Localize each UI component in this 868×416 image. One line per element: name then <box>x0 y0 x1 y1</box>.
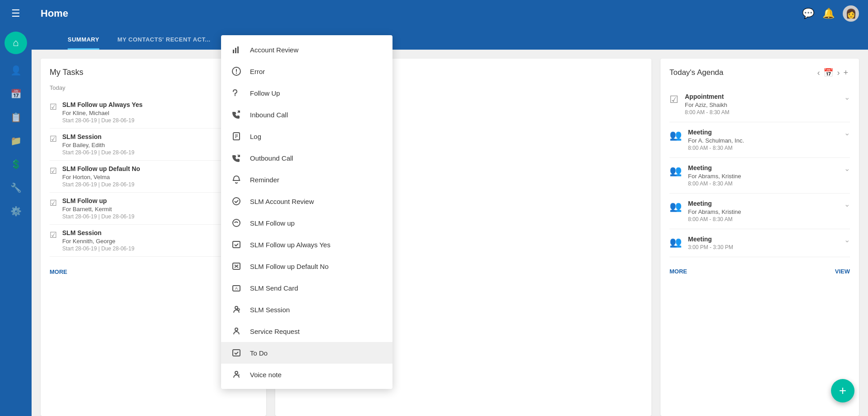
agenda-chevron-icon[interactable]: ⌄ <box>844 164 850 173</box>
dropdown-item-follow-up[interactable]: Follow Up <box>221 82 392 104</box>
agenda-chevron-icon[interactable]: ⌄ <box>844 236 850 244</box>
sidebar-item-person[interactable]: 👤 <box>5 60 27 80</box>
dropdown-item-outbound-call[interactable]: Outbound Call <box>221 147 392 169</box>
sidebar-item-clipboard[interactable]: 📋 <box>5 107 27 127</box>
agenda-chevron-icon[interactable]: ⌄ <box>844 93 850 102</box>
sidebar-item-calendar[interactable]: 📅 <box>5 84 27 104</box>
sidebar-item-gear[interactable]: ⚙️ <box>5 201 27 221</box>
slm-fu-icon <box>230 217 243 229</box>
dropdown-label: Error <box>250 68 265 75</box>
agenda-panel: Today's Agenda ‹ 📅 › + ☑ Appointment For… <box>660 59 859 416</box>
meeting-icon: 👥 <box>669 165 682 177</box>
dropdown-item-slm-session[interactable]: SLM Session <box>221 299 392 320</box>
task-dates: Start 28-06-19 | Due 28-06-19 <box>62 149 134 156</box>
agenda-next-button[interactable]: › <box>835 66 841 79</box>
dropdown-item-slm-follow-up[interactable]: SLM Follow up <box>221 212 392 234</box>
dropdown-item-inbound-call[interactable]: Inbound Call <box>221 104 392 125</box>
agenda-item-type: Appointment <box>685 93 729 100</box>
agenda-calendar-button[interactable]: 📅 <box>822 66 835 79</box>
folder-icon: 📁 <box>10 135 22 146</box>
task-for: For Barnett, Kermit <box>62 206 134 213</box>
top-nav-area: Home 💬 🔔 👩 SUMMARY MY CONTACTS' RECENT A… <box>32 0 868 50</box>
dropdown-item-log[interactable]: Log <box>221 125 392 147</box>
activity-type-dropdown: Account Review Error Follow Up Inbound C… <box>221 35 392 389</box>
dropdown-item-service-request[interactable]: Service Request <box>221 320 392 342</box>
message-icon[interactable]: 💬 <box>802 8 814 19</box>
agenda-item-for: For Abrams, Kristine <box>688 173 741 180</box>
reminder-icon <box>230 173 243 186</box>
dropdown-label: Outbound Call <box>250 154 293 162</box>
dropdown-label: Service Request <box>250 328 300 335</box>
task-title: SLM Follow up Default No <box>62 165 140 172</box>
tab-summary[interactable]: SUMMARY <box>68 36 99 50</box>
dropdown-item-voice-note[interactable]: Voice note <box>221 364 392 385</box>
svg-point-18 <box>238 309 240 310</box>
task-details: SLM Session For Bailey, Edith Start 28-0… <box>62 133 134 156</box>
dropdown-item-slm-fudn[interactable]: SLM Follow up Default No <box>221 255 392 277</box>
task-dates: Start 28-06-19 | Due 28-06-19 <box>62 117 143 124</box>
meeting-icon: 👥 <box>669 129 682 141</box>
agenda-view-link[interactable]: VIEW <box>835 268 850 275</box>
dropdown-item-slm-account-review[interactable]: SLM Account Review <box>221 190 392 212</box>
svg-rect-1 <box>235 48 236 53</box>
agenda-item: ☑ Appointment For Aziz, Shaikh 8:00 AM -… <box>669 87 850 122</box>
dropdown-item-reminder[interactable]: Reminder <box>221 169 392 190</box>
tasks-more-link[interactable]: MORE <box>50 268 67 275</box>
agenda-item-time: 8:00 AM - 8:30 AM <box>688 180 741 187</box>
dropdown-label: Account Review <box>250 46 299 54</box>
task-checkbox-icon[interactable]: ☑ <box>50 166 57 176</box>
task-checkbox-icon[interactable]: ☑ <box>50 230 57 240</box>
svg-rect-13 <box>233 241 240 248</box>
page-title: Home <box>41 8 802 19</box>
task-title: SLM Follow up Always Yes <box>62 101 143 108</box>
sidebar-item-folder[interactable]: 📁 <box>5 131 27 151</box>
agenda-item: 👥 Meeting For Abrams, Kristine 8:00 AM -… <box>669 158 850 194</box>
home-nav-button[interactable]: ⌂ <box>5 32 27 54</box>
task-title: SLM Session <box>62 133 134 140</box>
agenda-chevron-icon[interactable]: ⌄ <box>844 129 850 137</box>
agenda-item-details: Appointment For Aziz, Shaikh 8:00 AM - 8… <box>685 93 729 116</box>
task-for: For Horton, Velma <box>62 174 140 180</box>
svg-point-21 <box>235 371 238 374</box>
agenda-title: Today's Agenda <box>669 68 815 77</box>
todo-icon <box>230 347 243 359</box>
agenda-item-details: Meeting 3:00 PM - 3:30 PM <box>688 236 733 250</box>
fab-add-button[interactable]: + <box>831 379 854 402</box>
agenda-item-details: Meeting For A. Schulman, Inc. 8:00 AM - … <box>688 129 744 151</box>
dropdown-item-error[interactable]: Error <box>221 60 392 82</box>
agenda-item-details: Meeting For Abrams, Kristine 8:00 AM - 8… <box>688 200 741 222</box>
task-details: SLM Follow up Default No For Horton, Vel… <box>62 165 140 188</box>
agenda-prev-button[interactable]: ‹ <box>815 66 822 79</box>
agenda-more-link[interactable]: MORE <box>669 268 687 275</box>
log-icon <box>230 130 243 143</box>
svg-rect-2 <box>237 46 239 53</box>
agenda-item-for: For Aziz, Shaikh <box>685 102 729 108</box>
agenda-add-button[interactable]: + <box>841 66 850 79</box>
agenda-item-time: 8:00 AM - 8:30 AM <box>688 216 741 222</box>
task-checkbox-icon[interactable]: ☑ <box>50 198 57 208</box>
task-details: SLM Follow up Always Yes For Kline, Mich… <box>62 101 143 124</box>
dropdown-item-slm-fuay[interactable]: SLM Follow up Always Yes <box>221 234 392 255</box>
outbound-call-icon <box>230 152 243 164</box>
task-checkbox-icon[interactable]: ☑ <box>50 134 57 144</box>
dropdown-label: SLM Follow up <box>250 219 295 227</box>
person-icon: 👤 <box>10 65 22 76</box>
task-dates: Start 28-06-19 | Due 28-06-19 <box>62 213 134 220</box>
sidebar: ☰ ⌂ 👤 📅 📋 📁 💲 🔧 ⚙️ <box>0 0 32 416</box>
dropdown-item-account-review[interactable]: Account Review <box>221 39 392 60</box>
task-dates: Start 28-06-19 | Due 28-06-19 <box>62 245 134 252</box>
agenda-chevron-icon[interactable]: ⌄ <box>844 200 850 208</box>
dropdown-item-todo[interactable]: To Do <box>221 342 392 364</box>
task-checkbox-icon[interactable]: ☑ <box>50 102 57 112</box>
agenda-item-details: Meeting For Abrams, Kristine 8:00 AM - 8… <box>688 164 741 187</box>
tab-contacts-recent[interactable]: MY CONTACTS' RECENT ACT... <box>117 36 211 50</box>
sidebar-item-dollar[interactable]: 💲 <box>5 154 27 174</box>
bell-icon[interactable]: 🔔 <box>822 8 835 19</box>
hamburger-icon[interactable]: ☰ <box>11 8 20 19</box>
agenda-item-type: Meeting <box>688 200 741 207</box>
sidebar-item-wrench[interactable]: 🔧 <box>5 178 27 198</box>
dropdown-label: Voice note <box>250 371 282 379</box>
dropdown-item-slm-send-card[interactable]: A SLM Send Card <box>221 277 392 299</box>
user-avatar[interactable]: 👩 <box>843 5 859 22</box>
sidebar-logo: ☰ <box>0 0 32 27</box>
